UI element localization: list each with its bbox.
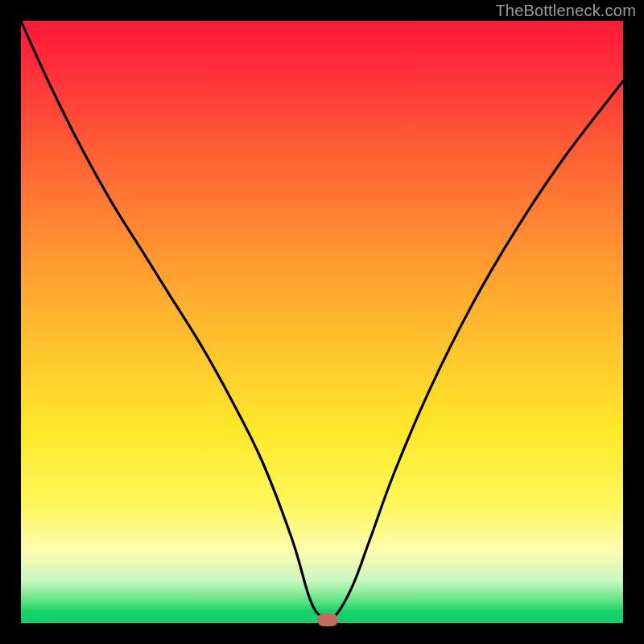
- bottleneck-curve: [21, 21, 623, 623]
- chart-plot-area: [21, 21, 623, 623]
- watermark-text: TheBottleneck.com: [495, 2, 636, 20]
- chart-frame: TheBottleneck.com: [0, 0, 644, 644]
- current-config-marker: [317, 613, 338, 626]
